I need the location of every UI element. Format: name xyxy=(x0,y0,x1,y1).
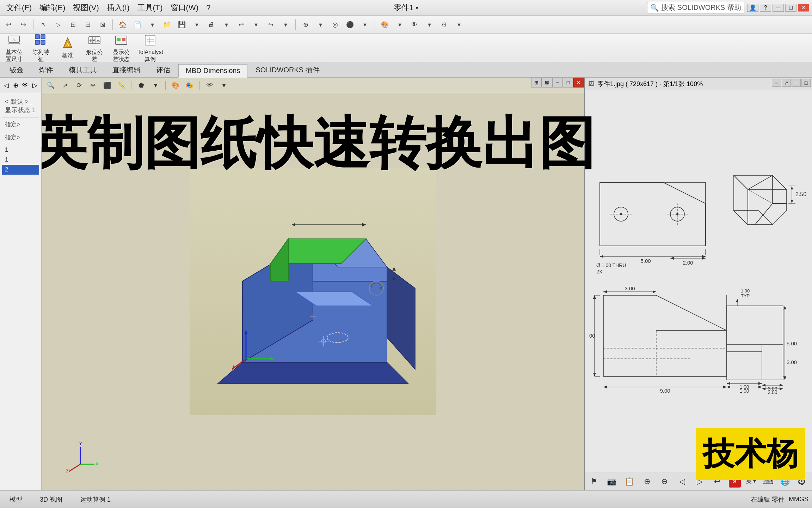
vt-3d[interactable]: ⬛ xyxy=(102,80,113,91)
tb-save[interactable]: 💾 xyxy=(176,18,188,31)
tb2-base-dim[interactable]: 尺 基本位置尺寸 xyxy=(4,33,25,62)
svg-marker-25 xyxy=(218,362,408,383)
tb-pointer-drop[interactable]: ▾ xyxy=(314,18,327,31)
tb-view-drop[interactable]: ▾ xyxy=(423,18,436,31)
vp-restore-btn[interactable]: □ xyxy=(563,78,573,87)
tb-undo2[interactable]: ↩ xyxy=(235,18,247,31)
tab-mbd[interactable]: MBD Dimensions xyxy=(178,64,247,78)
svg-text:2.50: 2.50 xyxy=(795,191,806,197)
tb-redo2[interactable]: ↪ xyxy=(264,18,277,31)
maximize-btn[interactable]: □ xyxy=(785,4,796,12)
tb-select[interactable]: ▷ xyxy=(52,18,64,31)
lp-tree-item1[interactable]: 1 xyxy=(2,145,39,155)
close-btn[interactable]: ✕ xyxy=(798,4,809,12)
menu-tools[interactable]: 工具(T) xyxy=(134,1,166,14)
tb-redo[interactable]: ↪ xyxy=(17,18,30,31)
tb-table[interactable]: ⊟ xyxy=(81,18,94,31)
model-area[interactable]: X Y Z xyxy=(42,93,584,490)
tb-save-drop[interactable]: ▾ xyxy=(190,18,203,31)
tb-settings[interactable]: ⚙ xyxy=(438,18,450,31)
vt-select[interactable]: ↗ xyxy=(59,80,70,91)
tb-new[interactable]: 📄 xyxy=(131,18,144,31)
rp-maximize-btn[interactable]: □ xyxy=(801,79,811,87)
menu-window[interactable]: 窗口(W) xyxy=(167,1,202,14)
vt-sketch[interactable]: ✏ xyxy=(87,80,99,91)
tb-target[interactable]: ◎ xyxy=(329,18,342,31)
tb2-pattern[interactable]: 陈列特征 xyxy=(30,33,51,62)
vt-view-orient[interactable]: 👁 xyxy=(204,80,215,91)
tb2-display-tol[interactable]: 显示公差状态 xyxy=(111,33,132,62)
tb-print-drop[interactable]: ▾ xyxy=(220,18,233,31)
rp-tb-flag[interactable]: ⚑ xyxy=(588,475,600,488)
vt-color2[interactable]: 🎭 xyxy=(184,80,195,91)
tb-undo-drop[interactable]: ▾ xyxy=(250,18,262,31)
search-box[interactable]: 🔍 搜索 SOLIDWORKS 帮助 xyxy=(647,2,744,13)
tb-redo-drop[interactable]: ▾ xyxy=(279,18,292,31)
tb-print[interactable]: 🖨 xyxy=(205,18,218,31)
lp-circle-btn[interactable]: ⊕ xyxy=(12,80,20,91)
vt-color[interactable]: 🎨 xyxy=(170,80,181,91)
lp-expand-btn[interactable]: ▷ xyxy=(31,80,39,91)
lp-eye-btn[interactable]: 👁 xyxy=(21,80,30,91)
status-tab-motion[interactable]: 运动算例 1 xyxy=(74,494,117,506)
rp-tb-pan-left[interactable]: ◁ xyxy=(676,475,688,488)
vp-tile-btn[interactable]: ⊠ xyxy=(542,78,552,87)
lp-tree-item3[interactable]: 2 xyxy=(2,165,39,175)
tb-settings-drop[interactable]: ▾ xyxy=(453,18,465,31)
tab-sheet-metal[interactable]: 钣金 xyxy=(2,63,31,77)
rp-tb-zoom-in[interactable]: ⊕ xyxy=(641,475,653,488)
status-tab-model[interactable]: 模型 xyxy=(4,494,28,506)
tb2-gd-t[interactable]: ⊕ A .02 形位公差 xyxy=(84,33,105,62)
app-title: 零件1 • xyxy=(394,2,418,13)
tb-appearance-drop[interactable]: ▾ xyxy=(393,18,406,31)
tb-folder[interactable]: 📁 xyxy=(161,18,173,31)
tb-home[interactable]: 🏠 xyxy=(116,18,129,31)
vp-close-btn[interactable]: ✕ xyxy=(573,78,584,87)
rp-tb-camera[interactable]: 📷 xyxy=(606,475,618,488)
tb-undo[interactable]: ↩ xyxy=(2,18,15,31)
tb-view[interactable]: 👁 xyxy=(408,18,421,31)
tb-new-drop[interactable]: ▾ xyxy=(146,18,159,31)
lp-tree-specify1[interactable]: 指定> xyxy=(2,119,39,130)
tab-evaluate[interactable]: 评估 xyxy=(149,63,178,77)
help-btn[interactable]: ? xyxy=(760,4,771,12)
vt-display-drop[interactable]: ▾ xyxy=(150,80,161,91)
vp-grid-btn[interactable]: ⊞ xyxy=(531,78,542,87)
rp-menu-btn[interactable]: ≡ xyxy=(772,79,781,87)
tb-pointer[interactable]: ⊕ xyxy=(299,18,312,31)
tb-sphere-drop[interactable]: ▾ xyxy=(358,18,371,31)
tb2-datum[interactable]: A 基准 xyxy=(57,36,78,59)
tb-appearance[interactable]: 🎨 xyxy=(379,18,391,31)
vt-view-drop[interactable]: ▾ xyxy=(218,80,229,91)
tb-layout[interactable]: ⊠ xyxy=(96,18,109,31)
rp-tb-copy[interactable]: 📋 xyxy=(623,475,635,488)
vt-look-at[interactable]: 🔍 xyxy=(45,80,56,91)
rp-expand-btn[interactable]: ⤢ xyxy=(782,79,791,87)
menu-edit[interactable]: 编辑(E) xyxy=(36,1,69,14)
rp-minimize-btn[interactable]: ─ xyxy=(792,79,801,87)
vt-rotate[interactable]: ⟳ xyxy=(73,80,85,91)
tab-sw-plugins[interactable]: SOLIDWORKS 插件 xyxy=(248,63,327,77)
tb2-tolanalyst[interactable]: TolAnalyst算例 xyxy=(137,33,163,62)
tab-direct-edit[interactable]: 直接编辑 xyxy=(105,63,148,77)
user-icon-btn[interactable]: 👤 xyxy=(747,4,758,12)
status-tab-3d[interactable]: 3D 视图 xyxy=(34,494,68,506)
viewport-chrome-buttons: ⊞ ⊠ ─ □ ✕ xyxy=(531,78,584,87)
lp-tree-item2[interactable]: 1 xyxy=(2,155,39,165)
tab-weldment[interactable]: 焊件 xyxy=(32,63,61,77)
menu-view[interactable]: 视图(V) xyxy=(69,1,102,14)
minimize-btn[interactable]: ─ xyxy=(773,4,784,12)
lp-tree-specify2[interactable]: 指定> xyxy=(2,132,39,143)
lp-back-btn[interactable]: ◁ xyxy=(2,80,10,91)
menu-file[interactable]: 文件(F) xyxy=(3,1,35,14)
vt-display[interactable]: ⬟ xyxy=(136,80,147,91)
vp-minimize-btn[interactable]: ─ xyxy=(552,78,563,87)
rp-tb-zoom-out[interactable]: ⊖ xyxy=(659,475,671,488)
tb-grid[interactable]: ⊞ xyxy=(67,18,79,31)
menu-insert[interactable]: 插入(I) xyxy=(103,1,133,14)
vt-measure[interactable]: 📏 xyxy=(116,80,127,91)
tb-cursor[interactable]: ↖ xyxy=(37,18,50,31)
tb-sphere[interactable]: ⚫ xyxy=(344,18,356,31)
tab-mold-tools[interactable]: 模具工具 xyxy=(61,63,104,77)
menu-help[interactable]: ? xyxy=(203,2,214,14)
